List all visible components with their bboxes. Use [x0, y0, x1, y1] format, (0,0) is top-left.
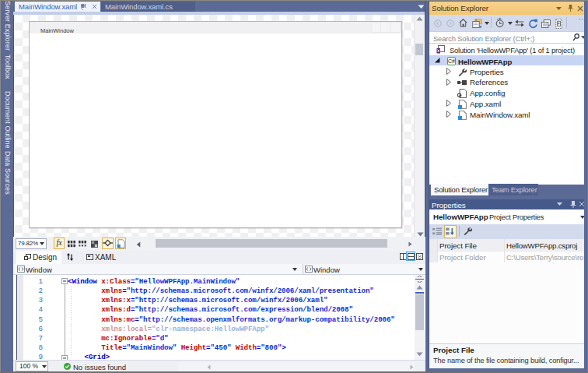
svg-text:C#: C# — [448, 58, 455, 64]
